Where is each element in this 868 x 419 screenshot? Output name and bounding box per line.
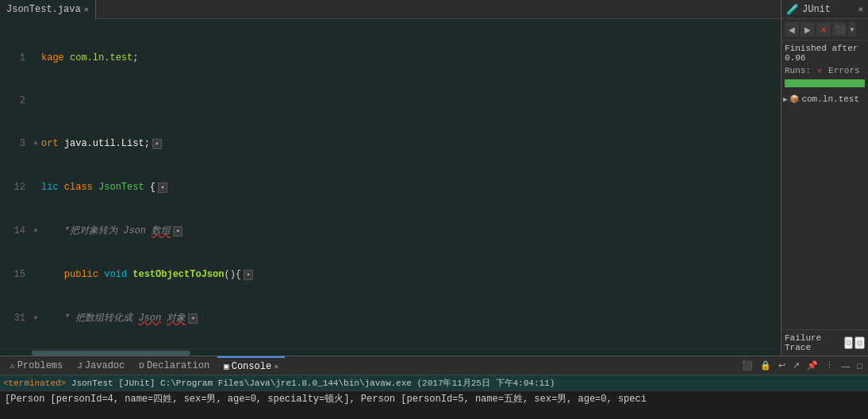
tab-javadoc[interactable]: J Javadoc bbox=[71, 356, 131, 375]
terminated-label: <terminated> bbox=[3, 379, 66, 388]
errors-label: Errors bbox=[828, 66, 860, 75]
problems-icon: ⚠ bbox=[10, 360, 15, 371]
finished-text: Finished after 0.06 bbox=[782, 40, 868, 64]
console-output: [Person [personId=4, name=四姓, sex=男, age… bbox=[0, 390, 868, 419]
progress-bar-wrap bbox=[782, 77, 868, 90]
bottom-right-tools: ⬛ 🔒 ↩ ↗ 📌 ⋮ — □ bbox=[739, 359, 865, 371]
tab-problems[interactable]: ⚠ Problems bbox=[3, 356, 69, 375]
junit-tab-label: JUnit bbox=[802, 4, 831, 15]
clear-console-button[interactable]: ⬛ bbox=[739, 359, 755, 371]
editor-panel: JsonTest.java ✕ 1 kage com.ln.test; 2 3 bbox=[0, 0, 781, 356]
editor-content: 1 kage com.ln.test; 2 3 ● ort java.util.… bbox=[0, 19, 781, 349]
console-icon: ▣ bbox=[224, 361, 229, 371]
tab-declaration[interactable]: D Declaration bbox=[133, 356, 216, 375]
runs-errors: Runs: ✕ Errors bbox=[782, 64, 868, 77]
code-line-15: 15 public void testObjectToJson(){▪ bbox=[6, 267, 774, 283]
code-line-2: 2 bbox=[6, 94, 774, 108]
close-tab-icon[interactable]: ✕ bbox=[84, 5, 89, 14]
editor-tab-label: JsonTest.java bbox=[6, 4, 81, 15]
console-line-1: [Person [personId=4, name=四姓, sex=男, age… bbox=[5, 394, 647, 405]
horizontal-scrollbar[interactable] bbox=[0, 349, 781, 356]
tab-problems-label: Problems bbox=[17, 360, 63, 371]
junit-toolbar: ◀ ▶ ✕ ⬛ ▼ bbox=[782, 19, 868, 40]
junit-tab-bar: 🧪 JUnit ✕ bbox=[782, 0, 868, 19]
package-icon: 📦 bbox=[789, 94, 799, 104]
word-wrap-button[interactable]: ↩ bbox=[776, 359, 788, 371]
scroll-lock-button[interactable]: 🔒 bbox=[758, 359, 774, 371]
tab-declaration-label: Declaration bbox=[147, 360, 209, 371]
code-line-14: 14 ● *把对象转为 Json 数组▪ bbox=[6, 224, 774, 239]
javadoc-icon: J bbox=[77, 361, 83, 371]
junit-tree: ▶ 📦 com.ln.test bbox=[782, 90, 868, 109]
close-junit-icon[interactable]: ✕ bbox=[858, 4, 863, 14]
more-options-button[interactable]: ⋮ bbox=[823, 359, 836, 371]
prev-failure-button[interactable]: ◀ bbox=[785, 22, 799, 37]
junit-tree-label: com.ln.test bbox=[801, 94, 859, 104]
status-command: JsonTest [JUnit] C:\Program Files\Java\j… bbox=[66, 377, 555, 389]
tab-javadoc-label: Javadoc bbox=[85, 360, 125, 371]
failure-trace: Failure Trace ⧉ ⚙ bbox=[782, 329, 868, 356]
failure-trace-label: Failure Trace bbox=[785, 333, 841, 352]
editor-tab-bar: JsonTest.java ✕ bbox=[0, 0, 781, 19]
tab-console-label: Console bbox=[232, 361, 271, 372]
error-icon: ✕ bbox=[817, 66, 822, 75]
open-in-editor-button[interactable]: ↗ bbox=[790, 359, 802, 371]
rerun-button[interactable]: ⬛ bbox=[832, 22, 847, 37]
code-line-31: 31 ● * 把数组转化成 Json 对象▪ bbox=[6, 311, 774, 326]
code-line-1: 1 kage com.ln.test; bbox=[6, 51, 774, 65]
junit-tree-item[interactable]: ▶ 📦 com.ln.test bbox=[783, 93, 866, 106]
failure-icons: ⧉ ⚙ bbox=[844, 336, 865, 349]
tab-console[interactable]: ▣ Console ✕ bbox=[217, 356, 285, 375]
runs-label: Runs: bbox=[785, 66, 811, 75]
code-area: 1 kage com.ln.test; 2 3 ● ort java.util.… bbox=[0, 19, 781, 349]
failure-trace-header: Failure Trace ⧉ ⚙ bbox=[785, 333, 865, 352]
junit-icon: 🧪 bbox=[786, 3, 799, 16]
main-area: JsonTest.java ✕ 1 kage com.ln.test; 2 3 bbox=[0, 0, 868, 356]
copy-trace-button[interactable]: ⧉ bbox=[844, 336, 853, 349]
tree-expand-icon: ▶ bbox=[783, 95, 787, 104]
bottom-tabs: ⚠ Problems J Javadoc D Declaration ▣ Con… bbox=[0, 356, 868, 375]
editor-tab-jsontest[interactable]: JsonTest.java ✕ bbox=[0, 0, 96, 19]
panel-resize-handle[interactable] bbox=[864, 0, 868, 356]
status-bar: <terminated> JsonTest [JUnit] C:\Program… bbox=[0, 375, 868, 390]
close-console-icon[interactable]: ✕ bbox=[274, 362, 278, 371]
stop-button[interactable]: ✕ bbox=[816, 22, 831, 37]
pin-console-button[interactable]: 📌 bbox=[805, 359, 820, 371]
progress-bar bbox=[785, 79, 865, 87]
minimize-button[interactable]: — bbox=[839, 360, 852, 371]
next-failure-button[interactable]: ▶ bbox=[801, 22, 815, 37]
code-line-12: 12 lic class JsonTest {▪ bbox=[6, 180, 774, 195]
declaration-icon: D bbox=[139, 361, 144, 371]
junit-panel: 🧪 JUnit ✕ ◀ ▶ ✕ ⬛ ▼ Finished after 0.06 … bbox=[781, 0, 868, 356]
toolbar-dropdown[interactable]: ▼ bbox=[848, 22, 856, 37]
code-line-3: 3 ● ort java.util.List;▪ bbox=[6, 136, 774, 152]
